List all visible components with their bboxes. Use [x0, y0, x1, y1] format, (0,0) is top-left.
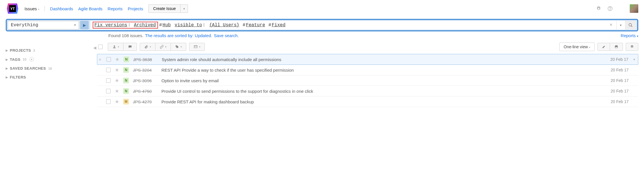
issue-summary[interactable]: REST API Provide a way to check if the u… [161, 68, 607, 73]
star-icon[interactable]: ★ [115, 77, 119, 84]
create-issue-main[interactable]: Create Issue [148, 4, 181, 13]
top-nav: YT Issues▾ Dashboards Agile Boards Repor… [0, 0, 644, 19]
issue-date: 20 Feb 17 [611, 78, 629, 83]
svg-line-6 [631, 26, 632, 27]
clear-search-icon[interactable]: × [608, 23, 614, 28]
nav-agile-boards[interactable]: Agile Boards [78, 6, 102, 11]
settings-button[interactable] [626, 43, 638, 51]
issue-date: 20 Feb 17 [611, 99, 629, 104]
issue-summary[interactable]: Provide UI control to send permissions t… [161, 89, 607, 94]
search-history-dropdown[interactable]: ▼ [616, 21, 625, 29]
help-icon[interactable] [607, 5, 613, 12]
view-mode-dropdown[interactable]: One-line view ▾ [559, 43, 595, 51]
issue-id[interactable]: JPS-3638 [133, 57, 158, 62]
apps-grid-icon[interactable] [618, 5, 625, 12]
reports-link[interactable]: Reports ▾ [621, 33, 638, 38]
svg-rect-8 [129, 45, 132, 47]
row-checkbox[interactable] [106, 99, 111, 104]
issue-row[interactable]: ★NJPS-3204REST API Provide a way to chec… [97, 65, 638, 75]
svg-point-15 [631, 46, 633, 47]
search-context-go[interactable]: ▶ [80, 21, 89, 29]
issue-row[interactable]: ★NJPS-3096Option to invite users by emai… [97, 75, 638, 86]
issue-date: 20 Feb 17 [611, 68, 629, 72]
row-checkbox[interactable] [106, 57, 111, 62]
caret-right-icon: ▶ [6, 58, 8, 61]
sort-link[interactable]: The results are sorted by: Updated. [145, 33, 212, 38]
issue-summary[interactable]: System admin role should automatically i… [162, 57, 606, 62]
settings-gear-icon[interactable] [596, 5, 602, 12]
search-context-value: Everything [11, 23, 38, 28]
issue-date: 20 Feb 17 [611, 89, 629, 93]
svg-rect-10 [194, 45, 197, 48]
nav-reports[interactable]: Reports [108, 6, 123, 11]
issue-id[interactable]: JPS-4750 [133, 89, 157, 94]
star-icon[interactable]: ★ [115, 67, 119, 73]
priority-badge: M [123, 99, 129, 104]
row-checkbox[interactable] [106, 68, 111, 72]
window-button[interactable]: ▾ [189, 43, 205, 51]
assignee-button[interactable]: ▾ [108, 43, 123, 51]
row-checkbox[interactable] [106, 78, 111, 83]
caret-right-icon: ▶ [6, 76, 8, 79]
issue-rows: ≡★NJPS-3638System admin role should auto… [97, 54, 638, 107]
star-icon[interactable]: ★ [115, 56, 120, 63]
add-tag-icon[interactable]: + [29, 57, 34, 62]
issue-row[interactable]: ★MJPS-4279Provide REST API for making da… [97, 96, 638, 107]
select-all-checkbox[interactable] [98, 45, 103, 49]
sidebar: ◀ ▶ PROJECTS3 ▶ TAGS10 + ▶ SAVED SEARCHE… [6, 41, 94, 107]
attach-button[interactable]: ▾ [140, 43, 155, 51]
sidebar-tags[interactable]: ▶ TAGS10 + [6, 55, 94, 64]
caret-right-icon: ▶ [6, 67, 8, 70]
issue-row[interactable]: ★NJPS-4750Provide UI control to send per… [97, 86, 638, 96]
search-context-dropdown[interactable]: Everything ▼ [8, 21, 79, 29]
issue-list-panel: ▾ ▾ ▾ ▾ ▾ One-line view ▾ ≡★NJPS-3638Sys… [97, 41, 638, 107]
star-icon[interactable]: ★ [115, 98, 119, 105]
issue-row[interactable]: ≡★NJPS-3638System admin role should auto… [97, 54, 638, 65]
print-button[interactable] [610, 43, 623, 51]
issue-summary[interactable]: Option to invite users by email [161, 78, 607, 83]
user-avatar[interactable] [630, 4, 638, 13]
priority-badge: N [123, 57, 129, 62]
link-button[interactable]: ▾ [155, 43, 171, 51]
issue-id[interactable]: JPS-3096 [133, 78, 157, 83]
nav-projects[interactable]: Projects [128, 6, 143, 11]
caret-right-icon: ▶ [6, 49, 8, 52]
sidebar-filters[interactable]: ▶ FILTERS [6, 73, 94, 82]
row-checkbox[interactable] [106, 89, 111, 93]
comment-button[interactable] [123, 43, 137, 51]
issue-toolbar: ▾ ▾ ▾ ▾ ▾ One-line view ▾ [97, 41, 638, 54]
nav-issues[interactable]: Issues▾ [25, 6, 45, 11]
sidebar-collapse-icon[interactable]: ◀ [93, 45, 97, 50]
sidebar-saved-searches[interactable]: ▶ SAVED SEARCHES18 [6, 64, 94, 73]
star-icon[interactable]: ★ [115, 88, 119, 94]
svg-point-4 [610, 10, 610, 10]
tag-button[interactable]: ▾ [171, 43, 186, 51]
youtrack-logo[interactable]: YT [6, 2, 19, 15]
svg-point-5 [629, 23, 631, 26]
nav-dashboards[interactable]: Dashboards [50, 6, 73, 11]
issue-id[interactable]: JPS-4279 [133, 99, 157, 104]
svg-rect-12 [615, 45, 617, 46]
drag-handle-icon[interactable]: ≡ [99, 57, 102, 62]
issue-id[interactable]: JPS-3204 [133, 68, 157, 73]
search-bar: Everything ▼ ▶ Fix versions: Archived #H… [6, 19, 638, 31]
query-highlighted-segment: Fix versions: Archived [93, 22, 158, 29]
priority-badge: N [123, 88, 129, 94]
issue-date: 20 Feb 17 [610, 57, 628, 62]
svg-rect-14 [615, 47, 617, 48]
found-count: Found 108 issues. [108, 33, 143, 38]
create-issue-button[interactable]: Create Issue ▾ [148, 4, 188, 13]
create-issue-dropdown[interactable]: ▾ [181, 4, 188, 13]
search-query-input[interactable]: Fix versions: Archived #Hub visible to: … [90, 21, 616, 29]
svg-text:YT: YT [10, 7, 15, 11]
svg-point-2 [598, 8, 600, 9]
save-search-link[interactable]: Save search. [214, 33, 239, 38]
issue-summary[interactable]: Provide REST API for making dashboard ba… [161, 99, 607, 104]
edit-button[interactable] [598, 43, 610, 51]
expand-icon[interactable]: ▾ [632, 58, 636, 61]
chevron-down-icon: ▼ [74, 24, 76, 27]
svg-point-9 [176, 46, 177, 46]
search-submit-button[interactable] [625, 21, 636, 29]
sidebar-projects[interactable]: ▶ PROJECTS3 [6, 46, 94, 55]
svg-point-7 [114, 45, 115, 47]
